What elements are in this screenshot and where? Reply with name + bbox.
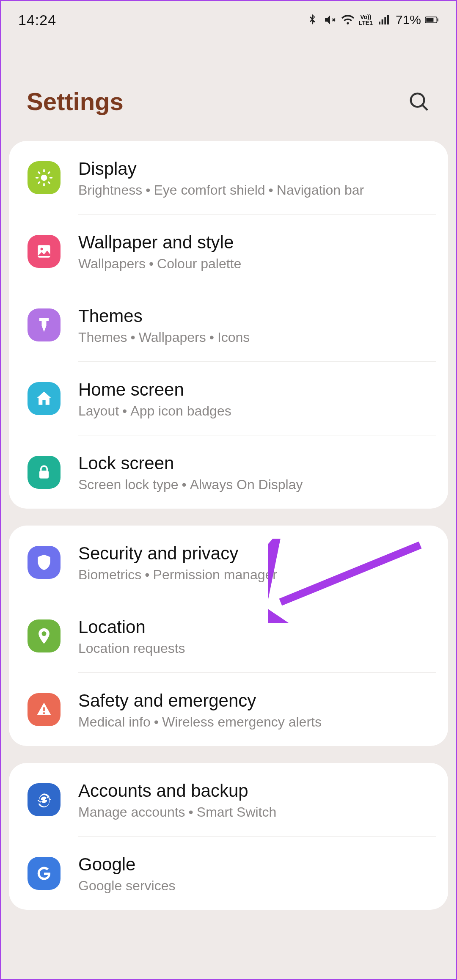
settings-item-lock-screen[interactable]: Lock screen Screen lock type•Always On D…	[9, 435, 448, 509]
item-title: Accounts and backup	[78, 781, 436, 801]
google-icon	[28, 857, 61, 890]
status-bar: 14:24 Vo))LTE1 71%	[1, 1, 456, 39]
svg-point-3	[411, 93, 424, 107]
svg-line-10	[39, 172, 40, 173]
item-title: Safety and emergency	[78, 691, 436, 711]
signal-icon	[377, 13, 391, 27]
settings-group-3: Accounts and backup Manage accounts•Smar…	[9, 763, 448, 910]
battery-percentage: 71%	[396, 13, 421, 27]
item-title: Home screen	[78, 380, 436, 400]
themes-icon	[28, 308, 61, 341]
item-subtitle: Screen lock type•Always On Display	[78, 477, 436, 493]
item-subtitle: Medical info•Wireless emergency alerts	[78, 714, 436, 730]
item-title: Lock screen	[78, 453, 436, 473]
item-title: Wallpaper and style	[78, 232, 436, 253]
svg-rect-16	[39, 471, 49, 478]
item-title: Security and privacy	[78, 543, 436, 564]
wifi-icon	[341, 13, 355, 27]
item-title: Themes	[78, 306, 436, 326]
settings-item-security[interactable]: Security and privacy Biometrics•Permissi…	[9, 526, 448, 599]
settings-item-safety[interactable]: Safety and emergency Medical info•Wirele…	[9, 673, 448, 746]
settings-item-display[interactable]: Display Brightness•Eye comfort shield•Na…	[9, 141, 448, 215]
svg-rect-2	[438, 19, 438, 22]
svg-rect-18	[43, 712, 45, 714]
item-title: Google	[78, 854, 436, 875]
item-title: Location	[78, 617, 436, 637]
mute-icon	[323, 13, 337, 27]
home-icon	[28, 382, 61, 415]
item-subtitle: Google services	[78, 878, 436, 894]
settings-item-home-screen[interactable]: Home screen Layout•App icon badges	[9, 362, 448, 435]
settings-group-2: Security and privacy Biometrics•Permissi…	[9, 526, 448, 746]
sync-icon	[28, 783, 61, 816]
settings-item-location[interactable]: Location Location requests	[9, 599, 448, 673]
settings-item-accounts[interactable]: Accounts and backup Manage accounts•Smar…	[9, 763, 448, 837]
svg-rect-1	[426, 18, 433, 22]
bluetooth-icon	[306, 13, 319, 27]
item-subtitle: Location requests	[78, 641, 436, 656]
item-subtitle: Brightness•Eye comfort shield•Navigation…	[78, 182, 436, 198]
svg-line-4	[423, 105, 427, 110]
page-title: Settings	[27, 87, 124, 116]
item-subtitle: Layout•App icon badges	[78, 403, 436, 419]
lock-icon	[28, 456, 61, 489]
svg-line-11	[48, 182, 50, 183]
wallpaper-icon	[28, 235, 61, 268]
svg-point-15	[41, 248, 43, 251]
status-icons: Vo))LTE1 71%	[306, 13, 439, 27]
safety-icon	[28, 693, 61, 726]
svg-rect-17	[43, 707, 45, 711]
svg-point-5	[41, 175, 47, 181]
svg-line-13	[48, 172, 50, 173]
settings-item-google[interactable]: Google Google services	[9, 837, 448, 910]
item-subtitle: Biometrics•Permission manager	[78, 567, 436, 583]
item-title: Display	[78, 159, 436, 179]
svg-line-12	[39, 182, 40, 183]
status-time: 14:24	[18, 12, 56, 28]
settings-item-themes[interactable]: Themes Themes•Wallpapers•Icons	[9, 288, 448, 362]
settings-item-wallpaper[interactable]: Wallpaper and style Wallpapers•Colour pa…	[9, 215, 448, 288]
volte-icon: Vo))LTE1	[359, 14, 373, 26]
item-subtitle: Manage accounts•Smart Switch	[78, 804, 436, 820]
item-subtitle: Themes•Wallpapers•Icons	[78, 330, 436, 345]
location-icon	[28, 619, 61, 652]
brightness-icon	[28, 161, 61, 194]
header: Settings	[1, 39, 456, 141]
item-subtitle: Wallpapers•Colour palette	[78, 256, 436, 272]
settings-group-1: Display Brightness•Eye comfort shield•Na…	[9, 141, 448, 509]
battery-icon	[425, 13, 439, 27]
search-icon[interactable]	[407, 90, 430, 113]
shield-icon	[28, 546, 61, 579]
